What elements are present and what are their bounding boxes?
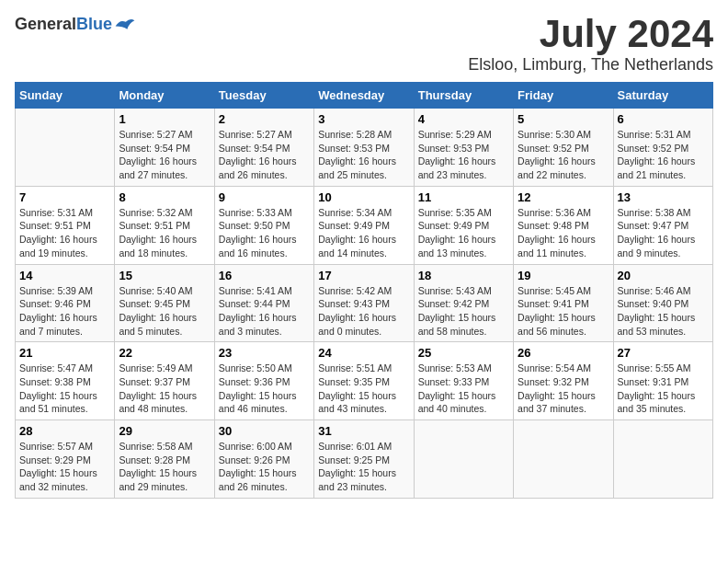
day-info: Sunrise: 5:42 AMSunset: 9:43 PMDaylight:… xyxy=(318,284,409,339)
calendar-cell: 14Sunrise: 5:39 AMSunset: 9:46 PMDayligh… xyxy=(16,264,115,342)
calendar-cell: 12Sunrise: 5:36 AMSunset: 9:48 PMDayligh… xyxy=(514,186,613,264)
day-info: Sunrise: 5:45 AMSunset: 9:41 PMDaylight:… xyxy=(518,284,609,339)
day-info: Sunrise: 5:58 AMSunset: 9:28 PMDaylight:… xyxy=(119,440,210,494)
calendar-cell: 1Sunrise: 5:27 AMSunset: 9:54 PMDaylight… xyxy=(115,109,214,187)
day-info: Sunrise: 5:34 AMSunset: 9:49 PMDaylight:… xyxy=(318,206,409,260)
day-number: 20 xyxy=(618,269,709,282)
day-info: Sunrise: 5:57 AMSunset: 9:29 PMDaylight:… xyxy=(19,440,110,494)
calendar-cell xyxy=(613,420,712,499)
week-row-4: 21Sunrise: 5:47 AMSunset: 9:38 PMDayligh… xyxy=(16,342,713,420)
day-info: Sunrise: 5:51 AMSunset: 9:35 PMDaylight:… xyxy=(318,362,409,416)
calendar-cell: 5Sunrise: 5:30 AMSunset: 9:52 PMDaylight… xyxy=(514,109,613,187)
day-info: Sunrise: 5:39 AMSunset: 9:46 PMDaylight:… xyxy=(19,284,110,339)
calendar-cell: 7Sunrise: 5:31 AMSunset: 9:51 PMDaylight… xyxy=(16,186,115,264)
logo-text-blue: Blue xyxy=(76,15,112,33)
day-number: 27 xyxy=(618,346,709,360)
calendar-cell: 11Sunrise: 5:35 AMSunset: 9:49 PMDayligh… xyxy=(414,186,513,264)
day-number: 1 xyxy=(119,112,210,126)
title-block: July 2024 Elsloo, Limburg, The Netherlan… xyxy=(468,15,713,75)
calendar-cell: 16Sunrise: 5:41 AMSunset: 9:44 PMDayligh… xyxy=(214,264,313,342)
calendar-cell: 6Sunrise: 5:31 AMSunset: 9:52 PMDaylight… xyxy=(613,109,712,187)
day-number: 17 xyxy=(318,269,409,282)
day-number: 12 xyxy=(518,190,609,204)
day-number: 30 xyxy=(219,424,310,438)
day-number: 10 xyxy=(318,190,409,204)
day-number: 26 xyxy=(518,346,609,360)
logo: GeneralBlue xyxy=(15,15,136,34)
day-info: Sunrise: 6:01 AMSunset: 9:25 PMDaylight:… xyxy=(318,440,409,494)
day-info: Sunrise: 5:36 AMSunset: 9:48 PMDaylight:… xyxy=(518,206,609,260)
day-info: Sunrise: 5:29 AMSunset: 9:53 PMDaylight:… xyxy=(418,128,509,182)
day-number: 15 xyxy=(119,269,210,282)
day-info: Sunrise: 6:00 AMSunset: 9:26 PMDaylight:… xyxy=(219,440,310,494)
calendar-cell: 31Sunrise: 6:01 AMSunset: 9:25 PMDayligh… xyxy=(314,420,414,499)
calendar-cell: 18Sunrise: 5:43 AMSunset: 9:42 PMDayligh… xyxy=(414,264,513,342)
day-info: Sunrise: 5:32 AMSunset: 9:51 PMDaylight:… xyxy=(119,206,210,260)
week-row-3: 14Sunrise: 5:39 AMSunset: 9:46 PMDayligh… xyxy=(16,264,713,342)
weekday-header-friday: Friday xyxy=(514,83,613,109)
day-info: Sunrise: 5:54 AMSunset: 9:32 PMDaylight:… xyxy=(518,362,609,416)
day-number: 8 xyxy=(119,190,210,204)
day-info: Sunrise: 5:35 AMSunset: 9:49 PMDaylight:… xyxy=(418,206,509,260)
week-row-5: 28Sunrise: 5:57 AMSunset: 9:29 PMDayligh… xyxy=(16,420,713,499)
day-info: Sunrise: 5:43 AMSunset: 9:42 PMDaylight:… xyxy=(418,284,509,339)
day-number: 3 xyxy=(318,112,409,126)
calendar-cell: 15Sunrise: 5:40 AMSunset: 9:45 PMDayligh… xyxy=(115,264,214,342)
day-number: 6 xyxy=(618,112,709,126)
day-info: Sunrise: 5:49 AMSunset: 9:37 PMDaylight:… xyxy=(119,362,210,416)
day-number: 24 xyxy=(318,346,409,360)
calendar-cell xyxy=(414,420,513,499)
calendar-cell: 26Sunrise: 5:54 AMSunset: 9:32 PMDayligh… xyxy=(514,342,613,420)
weekday-header-monday: Monday xyxy=(115,83,214,109)
calendar-cell: 22Sunrise: 5:49 AMSunset: 9:37 PMDayligh… xyxy=(115,342,214,420)
day-info: Sunrise: 5:46 AMSunset: 9:40 PMDaylight:… xyxy=(618,284,709,339)
calendar-cell: 30Sunrise: 6:00 AMSunset: 9:26 PMDayligh… xyxy=(214,420,313,499)
day-number: 11 xyxy=(418,190,509,204)
day-info: Sunrise: 5:31 AMSunset: 9:52 PMDaylight:… xyxy=(618,128,709,182)
calendar-cell: 25Sunrise: 5:53 AMSunset: 9:33 PMDayligh… xyxy=(414,342,513,420)
weekday-header-tuesday: Tuesday xyxy=(214,83,313,109)
calendar-cell xyxy=(16,109,115,187)
day-info: Sunrise: 5:33 AMSunset: 9:50 PMDaylight:… xyxy=(219,206,310,260)
day-number: 25 xyxy=(418,346,509,360)
day-info: Sunrise: 5:27 AMSunset: 9:54 PMDaylight:… xyxy=(219,128,310,182)
logo-bird-icon xyxy=(114,16,136,34)
day-info: Sunrise: 5:30 AMSunset: 9:52 PMDaylight:… xyxy=(518,128,609,182)
calendar-cell: 21Sunrise: 5:47 AMSunset: 9:38 PMDayligh… xyxy=(16,342,115,420)
calendar-cell: 2Sunrise: 5:27 AMSunset: 9:54 PMDaylight… xyxy=(214,109,313,187)
location-title: Elsloo, Limburg, The Netherlands xyxy=(468,55,713,75)
calendar-cell: 23Sunrise: 5:50 AMSunset: 9:36 PMDayligh… xyxy=(214,342,313,420)
weekday-header-row: SundayMondayTuesdayWednesdayThursdayFrid… xyxy=(16,83,713,109)
calendar-cell: 29Sunrise: 5:58 AMSunset: 9:28 PMDayligh… xyxy=(115,420,214,499)
calendar-cell: 3Sunrise: 5:28 AMSunset: 9:53 PMDaylight… xyxy=(314,109,414,187)
day-number: 22 xyxy=(119,346,210,360)
page-header: GeneralBlue July 2024 Elsloo, Limburg, T… xyxy=(15,15,713,75)
day-info: Sunrise: 5:27 AMSunset: 9:54 PMDaylight:… xyxy=(119,128,210,182)
weekday-header-sunday: Sunday xyxy=(16,83,115,109)
day-info: Sunrise: 5:55 AMSunset: 9:31 PMDaylight:… xyxy=(618,362,709,416)
day-number: 19 xyxy=(518,269,609,282)
calendar-cell: 13Sunrise: 5:38 AMSunset: 9:47 PMDayligh… xyxy=(613,186,712,264)
day-number: 29 xyxy=(119,424,210,438)
day-number: 18 xyxy=(418,269,509,282)
week-row-2: 7Sunrise: 5:31 AMSunset: 9:51 PMDaylight… xyxy=(16,186,713,264)
day-number: 13 xyxy=(618,190,709,204)
logo-text-general: General xyxy=(15,15,76,33)
calendar-cell: 8Sunrise: 5:32 AMSunset: 9:51 PMDaylight… xyxy=(115,186,214,264)
calendar-cell: 10Sunrise: 5:34 AMSunset: 9:49 PMDayligh… xyxy=(314,186,414,264)
month-title: July 2024 xyxy=(468,15,713,53)
day-number: 2 xyxy=(219,112,310,126)
calendar-cell: 24Sunrise: 5:51 AMSunset: 9:35 PMDayligh… xyxy=(314,342,414,420)
day-info: Sunrise: 5:50 AMSunset: 9:36 PMDaylight:… xyxy=(219,362,310,416)
weekday-header-saturday: Saturday xyxy=(613,83,712,109)
calendar-cell: 20Sunrise: 5:46 AMSunset: 9:40 PMDayligh… xyxy=(613,264,712,342)
day-info: Sunrise: 5:53 AMSunset: 9:33 PMDaylight:… xyxy=(418,362,509,416)
calendar-cell: 19Sunrise: 5:45 AMSunset: 9:41 PMDayligh… xyxy=(514,264,613,342)
day-info: Sunrise: 5:31 AMSunset: 9:51 PMDaylight:… xyxy=(19,206,110,260)
day-number: 9 xyxy=(219,190,310,204)
calendar-cell: 27Sunrise: 5:55 AMSunset: 9:31 PMDayligh… xyxy=(613,342,712,420)
calendar-cell: 9Sunrise: 5:33 AMSunset: 9:50 PMDaylight… xyxy=(214,186,313,264)
day-number: 14 xyxy=(19,269,110,282)
calendar-cell xyxy=(514,420,613,499)
day-info: Sunrise: 5:28 AMSunset: 9:53 PMDaylight:… xyxy=(318,128,409,182)
